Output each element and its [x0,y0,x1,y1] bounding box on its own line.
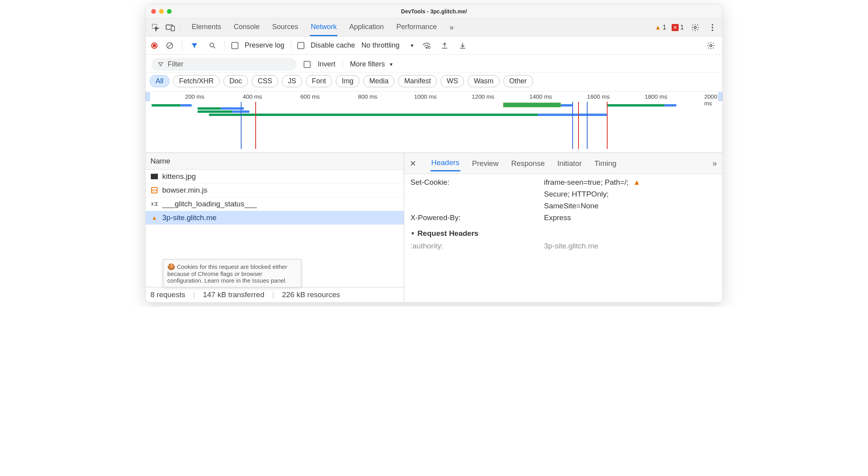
request-row[interactable]: <> bowser.min.js [146,184,404,197]
inspect-element-icon[interactable] [150,22,161,33]
request-name: bowser.min.js [162,186,207,195]
throttling-select[interactable]: No throttling ▼ [361,41,414,50]
detail-tabs-overflow[interactable]: » [712,159,717,168]
request-row[interactable]: ▲ 3p-site.glitch.me [146,211,404,225]
error-icon: ✕ [672,24,679,31]
close-window-button[interactable] [151,9,156,14]
network-toolbar: Preserve log Disable cache No throttling… [146,37,722,55]
detail-tab-initiator[interactable]: Initiator [557,156,582,171]
warning-count: 1 [663,24,666,31]
chip-manifest[interactable]: Manifest [398,75,437,87]
tab-network[interactable]: Network [310,19,337,36]
tab-sources[interactable]: Sources [271,19,299,36]
more-filters-label: More filters [350,60,385,68]
close-detail-button[interactable]: ✕ [410,159,416,168]
detail-tab-response[interactable]: Response [510,156,546,171]
window-controls [151,9,172,14]
request-headers-section[interactable]: ▼ Request Headers [410,229,716,238]
network-conditions-icon[interactable] [421,40,432,51]
svg-point-15 [156,205,157,206]
throttling-value: No throttling [361,41,399,50]
panel-tabs: Elements Console Sources Network Applica… [191,19,454,36]
tab-application[interactable]: Application [348,19,385,36]
cookie-icon: 🍪 [167,263,175,270]
svg-point-4 [712,24,713,26]
image-file-icon [150,173,158,180]
header-value: Express [544,213,716,222]
window-title: DevTools - 3pc.glitch.me/ [146,8,722,15]
download-har-icon[interactable] [457,40,469,51]
timeline-ticks: 200 ms 400 ms 600 ms 800 ms 1000 ms 1200… [146,92,722,101]
tooltip-text: Cookies for this request are blocked eit… [167,263,287,284]
funnel-icon [157,61,164,68]
waterfall [146,102,722,149]
chip-css[interactable]: CSS [252,75,278,87]
chip-fetch-xhr[interactable]: Fetch/XHR [173,75,220,87]
divider [182,41,182,50]
error-count: 1 [680,24,684,31]
more-icon[interactable] [707,22,718,33]
chip-other[interactable]: Other [504,75,533,87]
warning-icon: ▲ [633,178,641,186]
request-row[interactable]: kittens.jpg [146,170,404,184]
tabs-overflow-button[interactable]: » [449,19,454,36]
tab-performance[interactable]: Performance [396,19,438,36]
resource-size: 226 kB resources [282,290,340,299]
request-row[interactable]: ___glitch_loading_status___ [146,197,404,211]
request-name: ___glitch_loading_status___ [162,200,257,208]
preserve-log-checkbox[interactable] [231,42,238,49]
status-bar: 8 requests | 147 kB transferred | 226 kB… [146,287,404,302]
cookie-blocked-tooltip: 🍪 Cookies for this request are blocked e… [163,259,301,287]
network-content: Name kittens.jpg <> bowser.min.js ___gli… [146,153,722,302]
chip-img[interactable]: Img [336,75,359,87]
timeline-overview[interactable]: 200 ms 400 ms 600 ms 800 ms 1000 ms 1200… [146,92,722,153]
errors-badge[interactable]: ✕ 1 [672,24,684,31]
chip-media[interactable]: Media [363,75,394,87]
maximize-window-button[interactable] [167,9,172,14]
divider [291,41,291,50]
chevron-down-icon: ▼ [410,43,414,48]
device-toolbar-icon[interactable] [165,22,176,33]
chip-doc[interactable]: Doc [223,75,248,87]
more-filters-select[interactable]: More filters ▼ [350,60,394,68]
name-column-header[interactable]: Name [146,153,404,170]
network-settings-icon[interactable] [705,40,717,51]
tab-console[interactable]: Console [233,19,260,36]
disable-cache-checkbox[interactable] [297,42,304,49]
clear-button[interactable] [164,40,176,51]
disable-cache-label: Disable cache [311,41,355,50]
filter-bar: Filter Invert More filters ▼ [146,55,722,73]
filter-placeholder: Filter [168,60,183,68]
warnings-badge[interactable]: ▲ 1 [655,24,666,31]
chip-font[interactable]: Font [306,75,332,87]
divider [179,23,180,32]
header-value: 3p-site.glitch.me [544,242,716,250]
detail-tab-preview[interactable]: Preview [471,156,500,171]
svg-line-10 [214,46,215,48]
detail-tab-headers[interactable]: Headers [430,155,460,171]
chip-wasm[interactable]: Wasm [468,75,499,87]
record-button[interactable] [151,42,157,49]
minimize-window-button[interactable] [159,9,164,14]
chip-all[interactable]: All [150,75,169,87]
svg-point-5 [712,27,713,28]
transferred-size: 147 kB transferred [203,290,264,299]
svg-point-9 [210,43,214,47]
filter-toggle-icon[interactable] [189,40,200,51]
header-value: SameSite=None [544,202,716,210]
detail-tab-timing[interactable]: Timing [593,156,617,171]
settings-icon[interactable] [689,22,701,33]
tab-elements[interactable]: Elements [191,19,222,36]
invert-checkbox[interactable] [304,61,311,68]
search-icon[interactable] [207,40,218,51]
chevron-down-icon: ▼ [389,62,394,67]
filter-input[interactable]: Filter [151,58,297,71]
js-file-icon: <> [150,186,158,194]
upload-har-icon[interactable] [439,40,450,51]
resource-type-chips: All Fetch/XHR Doc CSS JS Font Img Media … [146,73,722,92]
chip-ws[interactable]: WS [441,75,464,87]
svg-line-8 [168,44,172,48]
devtools-window: DevTools - 3pc.glitch.me/ Elements Conso… [145,4,723,303]
request-list-pane: Name kittens.jpg <> bowser.min.js ___gli… [146,153,404,302]
chip-js[interactable]: JS [282,75,302,87]
